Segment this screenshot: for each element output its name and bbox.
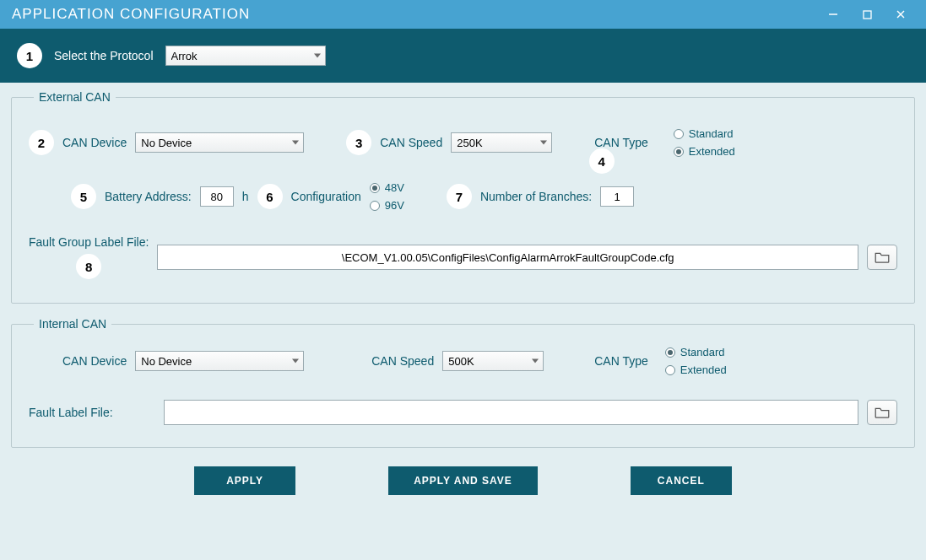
int-can-device-label: CAN Device [62, 354, 127, 368]
int-fault-file-input[interactable] [164, 400, 858, 425]
protocol-bar: 1 Select the Protocol [0, 29, 926, 83]
apply-button[interactable]: APPLY [194, 466, 295, 495]
ext-can-speed-label: CAN Speed [380, 136, 442, 149]
radio-icon [665, 347, 675, 358]
browse-fault-group-file-button[interactable] [867, 245, 897, 270]
folder-icon [874, 251, 891, 263]
int-fault-file-label: Fault Label File: [29, 406, 155, 419]
titlebar: APPLICATION CONFIGURATION [0, 0, 926, 29]
step-badge-7: 7 [447, 184, 472, 209]
close-button[interactable] [884, 0, 918, 29]
radio-label: Extended [680, 363, 727, 376]
ext-can-device-label: CAN Device [62, 136, 127, 149]
battery-address-input[interactable] [200, 186, 234, 207]
battery-address-unit: h [242, 190, 249, 203]
radio-label: Standard [680, 346, 725, 358]
ext-can-device-select[interactable] [135, 132, 304, 153]
external-can-legend: External CAN [34, 90, 116, 104]
int-can-type-standard[interactable]: Standard [665, 346, 727, 358]
step-badge-1: 1 [17, 43, 42, 68]
folder-icon [874, 407, 891, 418]
int-can-type-group: Standard Extended [665, 346, 727, 376]
ext-can-type-label: CAN Type [594, 136, 648, 149]
int-can-speed-label: CAN Speed [371, 354, 434, 368]
battery-address-label: Battery Address: [105, 190, 192, 203]
int-can-type-label: CAN Type [594, 354, 648, 368]
radio-icon [674, 129, 684, 139]
step-badge-3: 3 [346, 130, 371, 155]
apply-and-save-button[interactable]: APPLY AND SAVE [388, 466, 538, 495]
branches-input[interactable] [600, 186, 634, 207]
step-badge-4: 4 [589, 148, 615, 174]
minimize-button[interactable] [816, 0, 850, 29]
protocol-label: Select the Protocol [54, 49, 154, 62]
radio-icon [665, 365, 675, 375]
int-can-type-extended[interactable]: Extended [665, 363, 727, 376]
configuration-label: Configuration [291, 190, 361, 203]
internal-can-legend: Internal CAN [34, 317, 111, 331]
content-area: External CAN 2 CAN Device 3 CAN Speed CA… [0, 83, 926, 560]
step-badge-6: 6 [257, 184, 283, 209]
radio-label: Extended [689, 145, 735, 158]
cancel-button[interactable]: CANCEL [631, 466, 732, 495]
ext-can-speed-select[interactable] [451, 132, 552, 153]
radio-icon [370, 201, 380, 211]
fault-group-file-label: Fault Group Label File: [29, 235, 149, 249]
app-window: APPLICATION CONFIGURATION 1 Select the P… [0, 0, 926, 560]
window-title: APPLICATION CONFIGURATION [12, 6, 250, 23]
external-can-group: External CAN 2 CAN Device 3 CAN Speed CA… [11, 90, 915, 304]
protocol-select[interactable] [165, 46, 326, 66]
radio-label: 48V [385, 181, 404, 194]
ext-can-type-extended[interactable]: Extended [674, 145, 735, 158]
internal-can-group: Internal CAN CAN Device CAN Speed CAN Ty… [11, 317, 915, 448]
button-bar: APPLY APPLY AND SAVE CANCEL [9, 461, 917, 505]
fault-group-file-input[interactable] [157, 245, 858, 270]
ext-can-type-standard[interactable]: Standard [674, 127, 735, 140]
maximize-button[interactable] [850, 0, 884, 29]
radio-icon [674, 147, 684, 157]
branches-label: Number of Branches: [480, 190, 592, 203]
int-can-device-select[interactable] [135, 351, 304, 371]
ext-can-type-group: Standard Extended [674, 127, 735, 158]
configuration-48v[interactable]: 48V [370, 181, 404, 194]
step-badge-5: 5 [71, 184, 96, 209]
radio-label: 96V [385, 199, 404, 212]
configuration-96v[interactable]: 96V [370, 199, 404, 212]
int-can-speed-select[interactable] [442, 351, 544, 371]
browse-int-fault-file-button[interactable] [867, 400, 897, 425]
configuration-group: 48V 96V [370, 181, 404, 212]
svg-rect-1 [864, 11, 871, 19]
step-badge-8: 8 [76, 254, 101, 279]
radio-icon [370, 183, 380, 193]
step-badge-2: 2 [29, 130, 54, 155]
radio-label: Standard [689, 127, 734, 140]
